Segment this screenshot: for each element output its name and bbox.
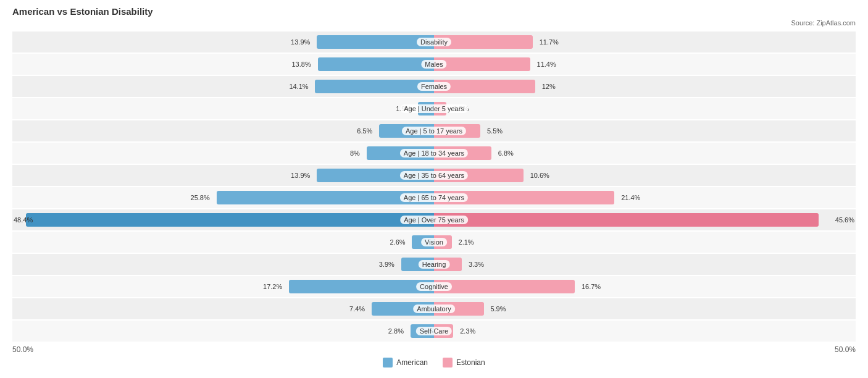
bar-container: Vision2.6%2.1%: [12, 232, 856, 253]
bar-center-label: Females: [417, 82, 451, 91]
bar-estonian-label: 45.6%: [835, 216, 854, 224]
bar-row: Age | 35 to 64 years13.9%10.6%: [12, 165, 856, 186]
bar-estonian-label: 12%: [542, 83, 556, 90]
bar-estonian-label: 21.4%: [621, 194, 640, 201]
bar-estonian-label: 6.8%: [498, 149, 514, 157]
bar-container: Age | Over 75 years48.4%45.6%: [12, 209, 856, 230]
legend: American Estonian: [12, 358, 856, 368]
legend-american-color: [383, 358, 393, 368]
bar-row: Cognitive17.2%16.7%: [12, 276, 856, 297]
bar-center-label: Disability: [417, 38, 451, 46]
bar-american-label: 17.2%: [263, 283, 282, 290]
bar-container: Age | 65 to 74 years25.8%21.4%: [12, 187, 856, 208]
bar-row: Males13.8%11.4%: [12, 54, 856, 75]
bar-american: [26, 213, 434, 227]
legend-american: American: [383, 358, 428, 368]
bar-estonian-label: 5.5%: [487, 127, 503, 135]
bar-center-label: Vision: [421, 238, 447, 246]
legend-estonian-label: Estonian: [456, 358, 485, 367]
bar-american-label: 25.8%: [191, 194, 210, 201]
bar-american-label: 3.9%: [379, 261, 394, 268]
bar-american: [289, 280, 434, 293]
bar-center-label: Age | 65 to 74 years: [400, 193, 468, 202]
bar-estonian-label: 2.1%: [459, 238, 474, 246]
bar-container: Males13.8%11.4%: [12, 54, 856, 75]
bar-american-label: 13.9%: [291, 172, 310, 179]
bar-row: Vision2.6%2.1%: [12, 232, 856, 253]
bar-center-label: Age | 5 to 17 years: [402, 127, 466, 135]
bar-row: Age | 5 to 17 years6.5%5.5%: [12, 120, 856, 141]
bar-american-label: 8%: [350, 149, 360, 157]
bar-estonian: [434, 57, 530, 71]
bar-american-label: 13.9%: [291, 38, 310, 46]
bar-american: [315, 80, 434, 93]
bar-row: Females14.1%12%: [12, 76, 856, 97]
bar-container: Disability13.9%11.7%: [12, 32, 856, 52]
bar-row: Age | Under 5 years1.9%1.5%: [12, 98, 856, 119]
bar-estonian-label: 10.6%: [530, 172, 549, 179]
bar-center-label: Self-Care: [416, 327, 452, 335]
bar-container: Cognitive17.2%16.7%: [12, 276, 856, 297]
source-label: Source: ZipAtlas.com: [12, 19, 856, 27]
bar-row: Age | Over 75 years48.4%45.6%: [12, 209, 856, 230]
bar-estonian: [434, 213, 819, 227]
bar-estonian-label: 11.4%: [537, 61, 556, 68]
bar-estonian-label: 3.3%: [469, 261, 484, 268]
bar-estonian: [434, 280, 575, 293]
bar-center-label: Age | 35 to 64 years: [400, 171, 468, 180]
bar-estonian-label: 2.3%: [460, 327, 475, 335]
chart-title: American vs Estonian Disability: [12, 6, 856, 17]
bar-row: Self-Care2.8%2.3%: [12, 321, 856, 342]
bar-center-label: Age | Under 5 years: [400, 104, 468, 113]
bar-center-label: Age | Over 75 years: [400, 216, 468, 224]
axis-left: 50.0%: [12, 345, 33, 354]
bar-container: Ambulatory7.4%5.9%: [12, 298, 856, 319]
axis-labels: 50.0% 50.0%: [12, 345, 856, 354]
bar-estonian-label: 5.9%: [490, 305, 506, 313]
bar-american-label: 6.5%: [357, 127, 372, 135]
bar-container: Age | 5 to 17 years6.5%5.5%: [12, 120, 856, 141]
bar-container: Self-Care2.8%2.3%: [12, 321, 856, 342]
bar-center-label: Hearing: [419, 260, 450, 269]
bar-center-label: Cognitive: [416, 282, 452, 291]
axis-right: 50.0%: [835, 345, 856, 354]
bar-estonian-label: 11.7%: [540, 38, 559, 46]
chart-area: Disability13.9%11.7%Males13.8%11.4%Femal…: [12, 32, 856, 342]
bar-container: Females14.1%12%: [12, 76, 856, 97]
bar-american-label: 2.6%: [390, 238, 406, 246]
bar-row: Disability13.9%11.7%: [12, 32, 856, 52]
bar-estonian-label: 16.7%: [582, 283, 601, 290]
bar-row: Age | 65 to 74 years25.8%21.4%: [12, 187, 856, 208]
bar-american-label: 48.4%: [14, 216, 33, 224]
bar-container: Age | 18 to 34 years8%6.8%: [12, 143, 856, 164]
legend-estonian: Estonian: [443, 358, 485, 368]
bar-center-label: Ambulatory: [413, 304, 455, 313]
legend-american-label: American: [396, 358, 428, 367]
bar-center-label: Males: [421, 60, 446, 69]
bar-container: Hearing3.9%3.3%: [12, 254, 856, 275]
bar-american-label: 13.8%: [291, 61, 311, 68]
bar-container: Age | 35 to 64 years13.9%10.6%: [12, 165, 856, 186]
bar-row: Hearing3.9%3.3%: [12, 254, 856, 275]
bar-row: Age | 18 to 34 years8%6.8%: [12, 143, 856, 164]
bar-american-label: 2.8%: [388, 327, 404, 335]
bar-center-label: Age | 18 to 34 years: [400, 149, 468, 158]
bar-american: [318, 57, 435, 71]
bar-row: Ambulatory7.4%5.9%: [12, 298, 856, 319]
legend-estonian-color: [443, 358, 453, 368]
bar-american-label: 14.1%: [289, 83, 308, 90]
bar-container: Age | Under 5 years1.9%1.5%: [12, 98, 856, 119]
bar-american-label: 7.4%: [349, 305, 365, 313]
